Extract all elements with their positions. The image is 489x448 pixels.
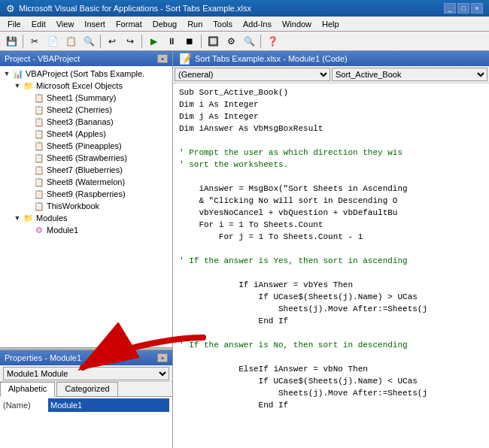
objectbrowser-button[interactable]: 🔍 (241, 34, 257, 49)
project-title-bar: Project - VBAProject × (0, 51, 172, 66)
properties-panel: Properties - Module1 × Module1 Module Al… (0, 350, 172, 448)
expand-icon (23, 165, 33, 175)
tree-label: Module1 (47, 226, 78, 235)
left-panel: Project - VBAProject × ▼ 📊 VBAProject (S… (0, 51, 173, 448)
code-line (179, 171, 483, 183)
property-name-value[interactable]: Module1 (48, 398, 169, 412)
property-name-label: (Name) (3, 401, 48, 410)
code-editor[interactable]: Sub Sort_Active_Book() Dim i As Integer … (173, 83, 489, 448)
tree-item-modules[interactable]: ▼ 📁 Modules (2, 212, 171, 224)
sheet-icon: 📋 (33, 129, 45, 139)
toolbar-sep-2 (100, 35, 101, 48)
expand-icon: ▼ (12, 213, 23, 223)
expand-icon: ▼ (2, 68, 12, 79)
sheet-icon: 📋 (33, 177, 45, 187)
expand-icon (23, 117, 33, 127)
maximize-button[interactable]: □ (457, 3, 469, 14)
menu-insert[interactable]: Insert (80, 19, 110, 29)
run-button[interactable]: ▶ (145, 34, 162, 49)
properties-tabs: Alphabetic Categorized (0, 382, 172, 397)
tree-item-sheet3[interactable]: 📋 Sheet3 (Bananas) (2, 116, 171, 128)
tree-label: Sheet5 (Pineapples) (47, 141, 122, 150)
code-line: vbYesNoCancel + vbQuestion + vbDefaultBu (179, 207, 483, 219)
code-title-text: Sort Tabs Example.xlsx - Module1 (Code) (195, 54, 348, 63)
tree-label: Microsoft Excel Objects (36, 81, 123, 90)
module-selector[interactable]: Module1 Module (3, 367, 169, 380)
code-line: If UCase$(Sheets(j).Name) < UCas (179, 375, 483, 387)
code-line: Sub Sort_Active_Book() (179, 86, 483, 98)
property-name-row: (Name) Module1 (0, 397, 172, 413)
tab-alphabetic[interactable]: Alphabetic (0, 382, 55, 397)
redo-button[interactable]: ↪ (122, 34, 138, 49)
project-panel: Project - VBAProject × ▼ 📊 VBAProject (S… (0, 51, 172, 347)
expand-icon (23, 153, 33, 163)
undo-button[interactable]: ↩ (104, 34, 120, 49)
tree-item-module1[interactable]: ⚙ Module1 (2, 224, 171, 236)
tree-label: Sheet2 (Cherries) (47, 105, 112, 114)
menu-addins[interactable]: Add-Ins (238, 19, 276, 29)
menu-debug[interactable]: Debug (148, 19, 181, 29)
userform-button[interactable]: 🔲 (205, 34, 221, 49)
menu-help[interactable]: Help (317, 19, 344, 29)
minimize-button[interactable]: _ (444, 3, 456, 14)
code-line: ' sort the worksheets. (179, 159, 483, 171)
menu-window[interactable]: Window (278, 19, 316, 29)
menu-run[interactable]: Run (183, 19, 207, 29)
tree-item-sheet5[interactable]: 📋 Sheet5 (Pineapples) (2, 140, 171, 152)
code-line (179, 243, 483, 255)
object-dropdown[interactable]: (General) (175, 68, 330, 81)
tree-item-sheet9[interactable]: 📋 Sheet9 (Raspberries) (2, 188, 171, 200)
tree-label: Sheet7 (Blueberries) (47, 165, 123, 174)
tree-label: Sheet6 (Strawberries) (47, 153, 127, 162)
menu-edit[interactable]: Edit (27, 19, 50, 29)
tree-item-thisworkbook[interactable]: 📋 ThisWorkbook (2, 200, 171, 212)
project-close-button[interactable]: × (157, 54, 168, 63)
stop-button[interactable]: ⏹ (181, 34, 198, 49)
expand-icon (23, 201, 33, 211)
tree-item-excel-objects[interactable]: ▼ 📁 Microsoft Excel Objects (2, 80, 171, 92)
save-button[interactable]: 💾 (3, 34, 20, 49)
title-bar-text: Microsoft Visual Basic for Applications … (19, 4, 444, 13)
close-button[interactable]: × (471, 3, 483, 14)
code-line (179, 267, 483, 279)
menu-tools[interactable]: Tools (208, 19, 237, 29)
code-line: Dim i As Integer (179, 98, 483, 110)
code-line: For j = 1 To Sheets.Count - 1 (179, 231, 483, 243)
tree-item-sheet2[interactable]: 📋 Sheet2 (Cherries) (2, 104, 171, 116)
find-button[interactable]: 🔍 (80, 34, 97, 49)
pause-button[interactable]: ⏸ (163, 34, 180, 49)
menu-format[interactable]: Format (111, 19, 147, 29)
settings-button[interactable]: ⚙ (223, 34, 239, 49)
folder-icon: 📁 (23, 213, 35, 223)
tree-item-sheet8[interactable]: 📋 Sheet8 (Watermelon) (2, 176, 171, 188)
menu-file[interactable]: File (3, 19, 26, 29)
tree-item-sheet4[interactable]: 📋 Sheet4 (Apples) (2, 128, 171, 140)
tree-item-vbaproject[interactable]: ▼ 📊 VBAProject (Sort Tabs Example. (2, 68, 171, 80)
sheet-icon: 📋 (33, 104, 45, 115)
code-line (179, 351, 483, 363)
paste-button[interactable]: 📋 (62, 34, 79, 49)
sheet-icon: 📋 (33, 165, 45, 175)
help-button[interactable]: ❓ (264, 34, 281, 49)
cut-button[interactable]: ✂ (26, 34, 43, 49)
toolbar-sep-3 (141, 35, 142, 48)
code-line (179, 327, 483, 339)
code-line: If iAnswer = vbYes Then (179, 279, 483, 291)
folder-icon: 📁 (23, 80, 35, 91)
tree-item-sheet6[interactable]: 📋 Sheet6 (Strawberries) (2, 152, 171, 164)
module-icon: ⚙ (33, 225, 45, 235)
sheet-icon: 📋 (33, 189, 45, 199)
tree-item-sheet7[interactable]: 📋 Sheet7 (Blueberries) (2, 164, 171, 176)
menu-view[interactable]: View (52, 19, 79, 29)
procedure-dropdown[interactable]: Sort_Active_Book (332, 68, 487, 81)
sheet-icon: 📋 (33, 153, 45, 163)
expand-icon (23, 92, 33, 103)
tree-label: ThisWorkbook (47, 201, 99, 210)
tab-categorized[interactable]: Categorized (56, 382, 117, 396)
copy-button[interactable]: 📄 (44, 34, 61, 49)
title-bar: ⚙ Microsoft Visual Basic for Application… (0, 0, 489, 17)
tree-item-sheet1[interactable]: 📋 Sheet1 (Summary) (2, 92, 171, 104)
project-tree[interactable]: ▼ 📊 VBAProject (Sort Tabs Example. ▼ 📁 M… (0, 66, 172, 347)
toolbar-sep-5 (260, 35, 261, 48)
properties-close-button[interactable]: × (157, 353, 168, 362)
